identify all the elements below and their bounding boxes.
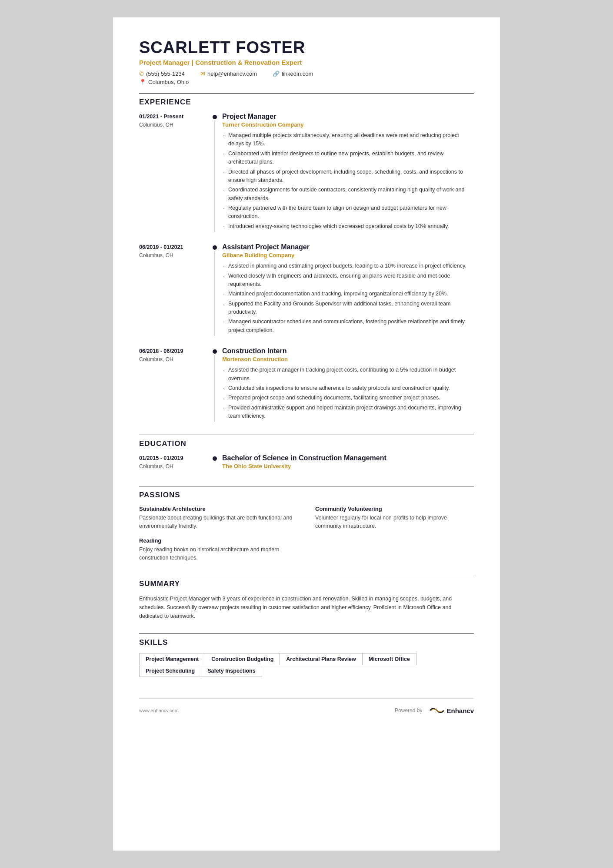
edu-date-1: 01/2015 - 01/2019 [139,454,207,462]
exp-divider-1 [211,113,222,232]
experience-section-title: EXPERIENCE [139,98,474,107]
exp-company-3: Mortenson Construction [222,356,474,362]
footer-branding: Powered by Enhancv [395,706,474,715]
passions-divider [139,486,474,486]
education-divider [139,435,474,435]
skills-row-1: Project Management Construction Budgetin… [139,653,474,665]
bullet-item: Prepared project scope and scheduling do… [222,394,474,402]
exp-right-1: Project Manager Turner Construction Comp… [222,113,474,232]
exp-left-1: 01/2021 - Present Columbus, OH [139,113,211,232]
bullet-item: Worked closely with engineers and archit… [222,272,474,289]
email-contact: ✉ help@enhancv.com [200,70,257,77]
resume-page: SCARLETT FOSTER Project Manager | Constr… [113,17,500,851]
exp-line-2 [214,251,215,336]
education-section: EDUCATION 01/2015 - 01/2019 Columbus, OH… [139,439,474,473]
exp-dot-1 [213,115,217,119]
email-icon: ✉ [200,70,205,77]
bullet-item: Provided administrative support and help… [222,404,474,421]
exp-bullets-3: Assisted the project manager in tracking… [222,366,474,420]
passion-title-3: Reading [139,537,298,544]
bullet-item: Regularly partnered with the brand team … [222,204,474,221]
skills-divider [139,633,474,634]
passion-text-1: Passionate about creating buildings that… [139,514,298,530]
linkedin-contact: 🔗 linkedin.com [273,70,313,77]
passion-text-3: Enjoy reading books on historical archit… [139,546,298,562]
bullet-item: Introduced energy-saving technologies wh… [222,222,474,231]
experience-item-1: 01/2021 - Present Columbus, OH Project M… [139,113,474,232]
exp-location-3: Columbus, OH [139,356,207,362]
edu-right-1: Bachelor of Science in Construction Mana… [222,454,474,473]
experience-section: EXPERIENCE 01/2021 - Present Columbus, O… [139,98,474,422]
exp-location-2: Columbus, OH [139,252,207,258]
bullet-item: Supported the Facility and Grounds Super… [222,300,474,317]
exp-bullets-1: Managed multiple projects simultaneously… [222,131,474,231]
bullet-item: Collaborated with interior designers to … [222,150,474,167]
passion-title-1: Sustainable Architecture [139,506,298,512]
skills-grid: Project Management Construction Budgetin… [139,653,474,677]
powered-by-label: Powered by [395,707,422,714]
edu-divider-1 [211,454,222,473]
passions-section-title: PASSIONS [139,491,474,499]
exp-date-3: 06/2018 - 06/2019 [139,347,207,355]
summary-section-title: SUMMARY [139,580,474,588]
education-section-title: EDUCATION [139,439,474,448]
exp-line-3 [214,355,215,422]
exp-jobtitle-2: Assistant Project Manager [222,243,474,251]
footer-website: www.enhancv.com [139,708,179,713]
exp-jobtitle-1: Project Manager [222,113,474,121]
skill-tag: Architectural Plans Review [280,653,362,665]
bullet-item: Coordinated assignments for outside cont… [222,186,474,203]
passion-title-2: Community Volunteering [315,506,474,512]
linkedin-text: linkedin.com [282,70,313,77]
exp-dot-2 [213,245,217,250]
exp-date-1: 01/2021 - Present [139,113,207,121]
location-contact: 📍 Columbus, Ohio [139,79,474,85]
summary-text: Enthusiastic Project Manager with 3 year… [139,594,474,620]
passion-text-2: Volunteer regularly for local non-profit… [315,514,474,530]
bullet-item: Conducted site inspections to ensure adh… [222,384,474,392]
bullet-item: Maintained project documentation and tra… [222,290,474,298]
passions-section: PASSIONS Sustainable Architecture Passio… [139,491,474,562]
page-footer: www.enhancv.com Powered by Enhancv [139,698,474,715]
phone-text: (555) 555-1234 [146,70,185,77]
location-text: Columbus, Ohio [148,79,189,85]
location-icon: 📍 [139,79,146,85]
passion-item-2: Community Volunteering Volunteer regular… [315,506,474,530]
passion-item-1: Sustainable Architecture Passionate abou… [139,506,298,530]
edu-left-1: 01/2015 - 01/2019 Columbus, OH [139,454,211,473]
exp-left-2: 06/2019 - 01/2021 Columbus, OH [139,243,211,336]
exp-line-1 [214,121,215,232]
experience-item-3: 06/2018 - 06/2019 Columbus, OH Construct… [139,347,474,422]
skills-section: SKILLS Project Management Construction B… [139,638,474,677]
exp-left-3: 06/2018 - 06/2019 Columbus, OH [139,347,211,422]
contact-row: ✆ (555) 555-1234 ✉ help@enhancv.com 🔗 li… [139,70,474,77]
skill-tag: Project Scheduling [139,665,201,677]
exp-date-2: 06/2019 - 01/2021 [139,243,207,251]
bullet-item: Assisted the project manager in tracking… [222,366,474,383]
bullet-item: Managed subcontractor schedules and comm… [222,318,474,335]
exp-location-1: Columbus, OH [139,122,207,128]
exp-company-2: Gilbane Building Company [222,252,474,258]
skill-tag: Safety Inspections [201,665,262,677]
bullet-item: Assisted in planning and estimating proj… [222,262,474,270]
link-icon: 🔗 [273,70,280,77]
enhancv-logo: Enhancv [429,706,474,715]
skills-row-2: Project Scheduling Safety Inspections [139,665,474,677]
email-text: help@enhancv.com [207,70,257,77]
edu-dot-1 [213,456,217,461]
skills-section-title: SKILLS [139,638,474,647]
skill-tag: Construction Budgeting [205,653,280,665]
edu-location-1: Columbus, OH [139,463,207,469]
exp-right-2: Assistant Project Manager Gilbane Buildi… [222,243,474,336]
summary-section: SUMMARY Enthusiastic Project Manager wit… [139,580,474,620]
header-divider [139,93,474,94]
edu-school-1: The Ohio State University [222,463,474,469]
exp-divider-2 [211,243,222,336]
exp-dot-3 [213,349,217,354]
skill-tag: Project Management [139,653,205,665]
phone-icon: ✆ [139,70,144,77]
candidate-name: SCARLETT FOSTER [139,38,474,57]
candidate-title: Project Manager | Construction & Renovat… [139,59,474,66]
enhancv-logo-icon [429,706,445,715]
exp-bullets-2: Assisted in planning and estimating proj… [222,262,474,335]
